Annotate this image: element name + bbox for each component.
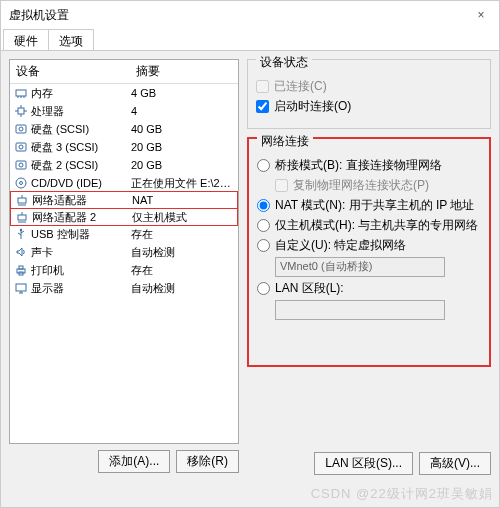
memory-icon xyxy=(14,86,28,100)
bridged-radio[interactable] xyxy=(257,159,270,172)
right-buttons: LAN 区段(S)... 高级(V)... xyxy=(314,452,491,475)
device-summary: 20 GB xyxy=(131,141,234,153)
device-summary: NAT xyxy=(132,194,233,206)
advanced-button[interactable]: 高级(V)... xyxy=(419,452,491,475)
disk-icon xyxy=(14,122,28,136)
device-status-group: 设备状态 已连接(C) 启动时连接(O) xyxy=(247,59,491,129)
connect-at-poweron-checkbox[interactable] xyxy=(256,100,269,113)
device-summary: 自动检测 xyxy=(131,245,234,260)
device-summary: 4 xyxy=(131,105,234,117)
nat-radio-row[interactable]: NAT 模式(N): 用于共享主机的 IP 地址 xyxy=(257,197,481,214)
nat-label: NAT 模式(N): 用于共享主机的 IP 地址 xyxy=(275,197,474,214)
svg-point-24 xyxy=(20,229,22,231)
close-icon[interactable]: × xyxy=(471,8,491,22)
connect-at-poweron-row[interactable]: 启动时连接(O) xyxy=(256,98,482,115)
connected-label: 已连接(C) xyxy=(274,78,327,95)
svg-rect-28 xyxy=(19,266,23,269)
window-title: 虚拟机设置 xyxy=(9,7,69,24)
device-row[interactable]: 硬盘 (SCSI)40 GB xyxy=(10,120,238,138)
lan-radio-row[interactable]: LAN 区段(L): xyxy=(257,280,481,297)
tab-bar: 硬件 选项 xyxy=(1,29,499,51)
svg-point-10 xyxy=(19,127,23,131)
device-name: 打印机 xyxy=(31,263,131,278)
device-name: CD/DVD (IDE) xyxy=(31,177,131,189)
custom-select-wrap: VMnet0 (自动桥接) xyxy=(275,257,481,277)
add-button[interactable]: 添加(A)... xyxy=(98,450,170,473)
device-summary: 存在 xyxy=(131,263,234,278)
tab-hardware[interactable]: 硬件 xyxy=(3,29,49,50)
device-name: 硬盘 2 (SCSI) xyxy=(31,158,131,173)
lan-radio[interactable] xyxy=(257,282,270,295)
connected-checkbox xyxy=(256,80,269,93)
hostonly-radio[interactable] xyxy=(257,219,270,232)
device-row[interactable]: 内存4 GB xyxy=(10,84,238,102)
device-summary: 20 GB xyxy=(131,159,234,171)
svg-rect-17 xyxy=(18,198,26,203)
device-row[interactable]: 硬盘 3 (SCSI)20 GB xyxy=(10,138,238,156)
net-icon xyxy=(15,210,29,224)
device-summary: 4 GB xyxy=(131,87,234,99)
lan-segments-button[interactable]: LAN 区段(S)... xyxy=(314,452,413,475)
bridged-radio-row[interactable]: 桥接模式(B): 直接连接物理网络 xyxy=(257,157,481,174)
svg-rect-4 xyxy=(18,108,24,114)
svg-point-14 xyxy=(19,163,23,167)
svg-point-12 xyxy=(19,145,23,149)
device-summary: 仅主机模式 xyxy=(132,210,233,225)
device-name: 网络适配器 xyxy=(32,193,132,208)
display-icon xyxy=(14,281,28,295)
lan-select xyxy=(275,300,445,320)
cd-icon xyxy=(14,176,28,190)
disk-icon xyxy=(14,158,28,172)
left-pane: 设备 摘要 内存4 GB处理器4硬盘 (SCSI)40 GB硬盘 3 (SCSI… xyxy=(9,59,239,473)
cpu-icon xyxy=(14,104,28,118)
hostonly-radio-row[interactable]: 仅主机模式(H): 与主机共享的专用网络 xyxy=(257,217,481,234)
bridged-label: 桥接模式(B): 直接连接物理网络 xyxy=(275,157,442,174)
sound-icon xyxy=(14,245,28,259)
printer-icon xyxy=(14,263,28,277)
lan-select-wrap xyxy=(275,300,481,320)
device-name: 内存 xyxy=(31,86,131,101)
custom-radio-row[interactable]: 自定义(U): 特定虚拟网络 xyxy=(257,237,481,254)
watermark: CSDN @22级计网2班吴敏娟 xyxy=(311,485,493,503)
device-name: USB 控制器 xyxy=(31,227,131,242)
device-row[interactable]: 显示器自动检测 xyxy=(10,279,238,297)
device-summary: 自动检测 xyxy=(131,281,234,296)
device-row[interactable]: USB 控制器存在 xyxy=(10,225,238,243)
network-legend: 网络连接 xyxy=(257,133,313,150)
custom-select: VMnet0 (自动桥接) xyxy=(275,257,445,277)
device-row[interactable]: 网络适配器 2仅主机模式 xyxy=(10,208,238,226)
device-summary: 正在使用文件 E:\20220308020... xyxy=(131,176,234,191)
svg-rect-13 xyxy=(16,161,26,169)
custom-radio[interactable] xyxy=(257,239,270,252)
connect-at-poweron-label: 启动时连接(O) xyxy=(274,98,351,115)
device-row[interactable]: CD/DVD (IDE)正在使用文件 E:\20220308020... xyxy=(10,174,238,192)
replicate-label: 复制物理网络连接状态(P) xyxy=(293,177,429,194)
device-row[interactable]: 打印机存在 xyxy=(10,261,238,279)
dialog-body: 设备 摘要 内存4 GB处理器4硬盘 (SCSI)40 GB硬盘 3 (SCSI… xyxy=(1,51,499,481)
device-name: 显示器 xyxy=(31,281,131,296)
svg-rect-11 xyxy=(16,143,26,151)
remove-button[interactable]: 移除(R) xyxy=(176,450,239,473)
net-icon xyxy=(15,193,29,207)
svg-rect-30 xyxy=(16,284,26,291)
device-list[interactable]: 设备 摘要 内存4 GB处理器4硬盘 (SCSI)40 GB硬盘 3 (SCSI… xyxy=(9,59,239,444)
replicate-checkbox-row: 复制物理网络连接状态(P) xyxy=(275,177,481,194)
device-list-header: 设备 摘要 xyxy=(10,60,238,84)
col-device: 设备 xyxy=(10,60,130,83)
device-name: 处理器 xyxy=(31,104,131,119)
nat-radio[interactable] xyxy=(257,199,270,212)
hostonly-label: 仅主机模式(H): 与主机共享的专用网络 xyxy=(275,217,478,234)
svg-rect-0 xyxy=(16,90,26,96)
device-row[interactable]: 声卡自动检测 xyxy=(10,243,238,261)
usb-icon xyxy=(14,227,28,241)
device-row[interactable]: 硬盘 2 (SCSI)20 GB xyxy=(10,156,238,174)
connected-checkbox-row: 已连接(C) xyxy=(256,78,482,95)
tab-options[interactable]: 选项 xyxy=(48,29,94,50)
device-name: 网络适配器 2 xyxy=(32,210,132,225)
left-buttons: 添加(A)... 移除(R) xyxy=(9,450,239,473)
device-row[interactable]: 网络适配器NAT xyxy=(10,191,238,209)
replicate-checkbox xyxy=(275,179,288,192)
device-row[interactable]: 处理器4 xyxy=(10,102,238,120)
device-summary: 40 GB xyxy=(131,123,234,135)
svg-rect-20 xyxy=(18,215,26,220)
